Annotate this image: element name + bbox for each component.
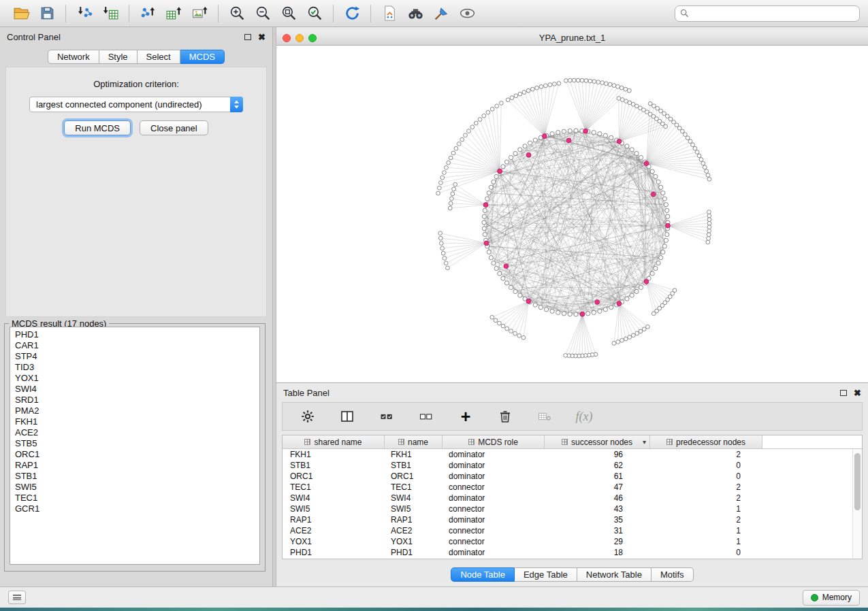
memory-status-icon	[811, 594, 818, 601]
table-row[interactable]: SWI5SWI5connector431	[283, 503, 852, 514]
select-all-button[interactable]	[374, 406, 400, 427]
zoom-fit-button[interactable]	[276, 3, 302, 24]
column-header-name[interactable]: name	[385, 435, 443, 448]
apply-layout-button[interactable]	[339, 3, 365, 24]
close-panel-icon[interactable]: ✖	[854, 389, 861, 397]
tab-select[interactable]: Select	[138, 50, 180, 64]
mcds-result-item[interactable]: SWI5	[15, 482, 255, 493]
save-session-button[interactable]	[34, 3, 60, 24]
column-header-predecessor-nodes[interactable]: predecessor nodes	[650, 435, 762, 448]
open-session-button[interactable]	[8, 3, 34, 24]
table-cell: 43	[545, 503, 650, 514]
table-cell: dominator	[443, 449, 545, 460]
deselect-all-button[interactable]	[413, 406, 439, 427]
columns-icon	[340, 410, 354, 423]
mcds-result-item[interactable]: STP4	[15, 351, 255, 362]
close-panel-icon[interactable]: ✖	[258, 33, 266, 42]
mcds-result-item[interactable]: RAP1	[15, 460, 255, 471]
table-row[interactable]: TEC1TEC1connector472	[283, 482, 852, 493]
search-network-button[interactable]	[402, 3, 428, 24]
tab-motifs[interactable]: Motifs	[652, 567, 694, 582]
table-settings-button[interactable]	[295, 406, 321, 427]
tab-network-table[interactable]: Network Table	[577, 567, 652, 582]
delete-column-button[interactable]	[492, 406, 518, 427]
show-hide-button[interactable]	[454, 3, 480, 24]
run-mcds-button[interactable]: Run MCDS	[64, 120, 131, 135]
table-row[interactable]: YOX1YOX1connector291	[283, 536, 852, 547]
table-panel-tabs: Node TableEdge TableNetwork TableMotifs	[276, 567, 868, 582]
apply-style-button[interactable]	[428, 3, 454, 24]
network-canvas[interactable]	[276, 46, 868, 382]
tab-edge-table[interactable]: Edge Table	[515, 567, 577, 582]
float-window-icon[interactable]	[244, 34, 251, 40]
mcds-result-item[interactable]: CAR1	[15, 340, 255, 351]
table-cell: RAP1	[385, 514, 443, 525]
mcds-result-item[interactable]: TEC1	[15, 493, 255, 503]
show-panels-button[interactable]	[8, 591, 26, 604]
criterion-select[interactable]: largest connected component (undirected)	[29, 97, 243, 112]
table-scrollbar[interactable]	[852, 449, 862, 559]
column-sort-icon	[468, 439, 475, 445]
mcds-result-item[interactable]: GCR1	[15, 503, 255, 514]
add-column-button[interactable]: +	[453, 406, 479, 427]
delete-table-button[interactable]	[532, 406, 558, 427]
table-cell: YOX1	[385, 536, 443, 547]
table-row[interactable]: PHD1PHD1dominator180	[283, 547, 852, 558]
mcds-result-item[interactable]: PHD1	[15, 329, 255, 340]
export-network-button[interactable]	[135, 3, 161, 24]
network-window-titlebar[interactable]: YPA_prune.txt_1	[276, 31, 868, 46]
mcds-result-list[interactable]: PHD1CAR1STP4TID3YOX1SWI4SRD1PMA2FKH1ACE2…	[10, 327, 260, 565]
mcds-result-item[interactable]: FKH1	[15, 416, 255, 427]
mcds-result-item[interactable]: PMA2	[15, 406, 255, 416]
table-row[interactable]: ACE2ACE2connector311	[283, 525, 852, 536]
import-network-button[interactable]	[71, 3, 97, 24]
memory-button[interactable]: Memory	[803, 590, 860, 606]
import-table-button[interactable]	[97, 3, 123, 24]
close-window-icon[interactable]	[283, 34, 291, 42]
export-image-button[interactable]	[187, 3, 212, 24]
mcds-result-item[interactable]: STB5	[15, 438, 255, 449]
search-input[interactable]	[692, 9, 854, 18]
tab-style[interactable]: Style	[99, 50, 138, 64]
zoom-selected-button[interactable]	[302, 3, 327, 24]
toolbar-separator	[218, 5, 219, 22]
tab-network[interactable]: Network	[48, 50, 99, 64]
show-columns-button[interactable]	[334, 406, 360, 427]
network-search-field[interactable]	[675, 5, 860, 22]
export-table-button[interactable]	[161, 3, 187, 24]
mcds-result-item[interactable]: ACE2	[15, 427, 255, 438]
table-row[interactable]: FKH1FKH1dominator962	[283, 449, 852, 460]
table-row[interactable]: SWI4SWI4dominator462	[283, 493, 852, 503]
float-window-icon[interactable]	[840, 390, 847, 396]
table-cell: dominator	[443, 547, 545, 558]
table-row[interactable]: STB1STB1dominator620	[283, 460, 852, 471]
tab-mcds[interactable]: MCDS	[180, 50, 225, 64]
share-document-button[interactable]	[376, 3, 402, 24]
mcds-result-item[interactable]: SWI4	[15, 384, 255, 395]
column-header-successor-nodes[interactable]: successor nodes▾	[545, 435, 650, 448]
mcds-result-item[interactable]: SRD1	[15, 395, 255, 406]
minimize-window-icon[interactable]	[295, 34, 304, 42]
column-header-MCDS-role[interactable]: MCDS role	[443, 435, 545, 448]
zoom-in-button[interactable]	[224, 3, 250, 24]
zoom-out-button[interactable]	[250, 3, 276, 24]
network-graph[interactable]	[276, 46, 868, 382]
tab-node-table[interactable]: Node Table	[451, 567, 515, 582]
close-panel-button[interactable]: Close panel	[140, 120, 208, 135]
toolbar-separator	[65, 5, 66, 22]
mcds-result-item[interactable]: YOX1	[15, 373, 255, 384]
table-toolbar: + f(x)	[282, 402, 863, 431]
table-cell: YOX1	[283, 536, 385, 547]
function-builder-button[interactable]: f(x)	[571, 406, 597, 427]
mcds-result-item[interactable]: TID3	[15, 362, 255, 373]
column-filter-arrow-icon[interactable]: ▾	[643, 438, 646, 446]
mcds-result-item[interactable]: ORC1	[15, 449, 255, 460]
mcds-result-item[interactable]: STB1	[15, 471, 255, 482]
column-header-shared-name[interactable]: shared name	[283, 435, 385, 448]
scrollbar-thumb[interactable]	[854, 453, 861, 510]
list-icon	[13, 595, 21, 600]
table-cell: FKH1	[385, 449, 443, 460]
maximize-window-icon[interactable]	[308, 34, 317, 42]
table-row[interactable]: ORC1ORC1dominator610	[283, 471, 852, 482]
table-row[interactable]: RAP1RAP1dominator352	[283, 514, 852, 525]
